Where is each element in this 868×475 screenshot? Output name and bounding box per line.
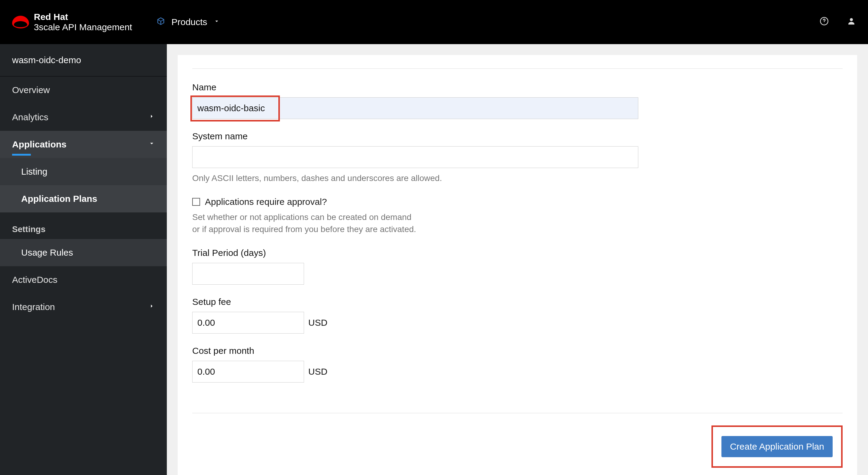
approval-label: Applications require approval?	[205, 197, 327, 207]
sidebar-item-overview[interactable]: Overview	[0, 76, 167, 104]
sidebar-item-activedocs[interactable]: ActiveDocs	[0, 266, 167, 293]
brand-text: Red Hat 3scale API Management	[34, 12, 132, 33]
divider	[192, 68, 843, 69]
active-indicator	[12, 154, 31, 156]
sidebar-sub-application-plans[interactable]: Application Plans	[0, 185, 167, 213]
topbar-right	[819, 0, 856, 44]
cost-input[interactable]	[192, 361, 304, 383]
chevron-down-icon	[149, 140, 155, 148]
sidebar-sub-listing[interactable]: Listing	[0, 158, 167, 185]
setup-fee-currency: USD	[308, 318, 327, 328]
sidebar-item-integration[interactable]: Integration	[0, 293, 167, 321]
topbar: Red Hat 3scale API Management Products	[0, 0, 868, 44]
chevron-down-icon	[213, 18, 220, 26]
sidebar: wasm-oidc-demo Overview Analytics Applic…	[0, 44, 167, 475]
user-icon[interactable]	[847, 17, 856, 28]
approval-checkbox[interactable]	[192, 198, 200, 206]
sidebar-item-analytics[interactable]: Analytics	[0, 104, 167, 131]
trial-label: Trial Period (days)	[192, 248, 843, 258]
trial-input[interactable]	[192, 263, 304, 285]
sidebar-item-label: Analytics	[12, 112, 49, 122]
approval-help-2: or if approval is required from you befo…	[192, 223, 843, 236]
create-application-plan-button[interactable]: Create Application Plan	[721, 436, 833, 457]
cost-label: Cost per month	[192, 346, 843, 356]
products-icon	[156, 17, 165, 28]
name-input[interactable]	[192, 97, 638, 119]
name-label: Name	[192, 82, 843, 92]
sidebar-product-name: wasm-oidc-demo	[0, 44, 167, 76]
topnav-label: Products	[172, 17, 207, 27]
setup-fee-input[interactable]	[192, 312, 304, 334]
system-name-label: System name	[192, 131, 843, 141]
sidebar-item-label: Usage Rules	[21, 248, 73, 258]
svg-point-1	[824, 23, 825, 23]
chevron-right-icon	[149, 303, 155, 311]
divider	[192, 413, 843, 413]
brand: Red Hat 3scale API Management	[12, 12, 132, 33]
system-name-input[interactable]	[192, 146, 638, 168]
sidebar-item-label: Integration	[12, 302, 55, 312]
brand-line2: 3scale API Management	[34, 22, 132, 33]
setup-fee-label: Setup fee	[192, 297, 843, 307]
approval-help-1: Set whether or not applications can be c…	[192, 211, 843, 224]
sidebar-item-label: ActiveDocs	[12, 275, 57, 285]
cost-currency: USD	[308, 367, 327, 377]
sidebar-item-applications[interactable]: Applications	[0, 131, 167, 158]
sidebar-item-label: Applications	[12, 139, 66, 150]
sidebar-item-label: Overview	[12, 85, 50, 95]
chevron-right-icon	[149, 113, 155, 121]
svg-point-2	[850, 18, 853, 21]
redhat-logo-icon	[12, 16, 29, 28]
brand-line1: Red Hat	[34, 12, 132, 22]
main-content: Name System name Only ASCII letters, num…	[167, 44, 868, 475]
topnav-products[interactable]: Products	[156, 17, 220, 28]
sidebar-sub-usage-rules[interactable]: Usage Rules	[0, 239, 167, 266]
footer-actions: Create Application Plan	[192, 425, 843, 468]
form-card: Name System name Only ASCII letters, num…	[178, 55, 857, 475]
highlight-box: Create Application Plan	[711, 425, 843, 468]
system-name-help: Only ASCII letters, numbers, dashes and …	[192, 172, 843, 185]
sidebar-section-settings: Settings	[0, 213, 167, 239]
help-icon[interactable]	[819, 17, 829, 28]
sidebar-item-label: Application Plans	[21, 194, 97, 204]
sidebar-item-label: Listing	[21, 166, 48, 177]
